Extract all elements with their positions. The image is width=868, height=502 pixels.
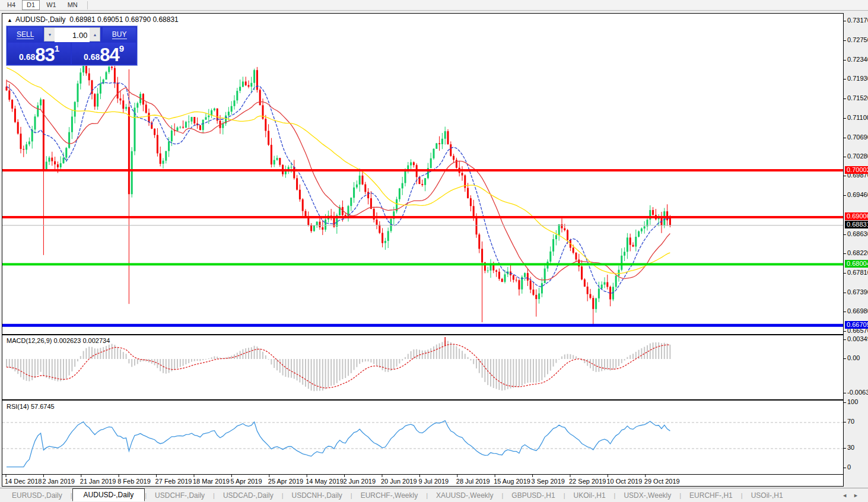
macd-histogram xyxy=(6,341,670,391)
price-axis-label: 0.67810 xyxy=(847,269,868,276)
axis-tick xyxy=(844,21,846,21)
date-label: 22 Sep 2019 xyxy=(569,478,606,485)
macd-axis-label: 0.00349 xyxy=(847,335,868,342)
toolbar-separator xyxy=(87,1,88,9)
buy-price-main: 84 xyxy=(100,46,119,64)
date-label: 9 Jul 2019 xyxy=(418,478,449,485)
rsi-indicator-label: RSI(14) 57.6745 xyxy=(7,403,55,410)
axis-tick xyxy=(844,176,846,176)
chart-tab-usdcnh-daily[interactable]: USDCNH-,Daily xyxy=(284,490,351,501)
buy-button[interactable]: BUY xyxy=(103,27,136,42)
price-axis: 0.731700.727500.723400.719300.715200.711… xyxy=(844,13,868,487)
axis-tick xyxy=(844,448,846,449)
chart-tab-eurchf-weekly[interactable]: EURCHF-,Weekly xyxy=(352,490,426,501)
price-axis-label: 0.71930 xyxy=(847,75,868,82)
buy-price-pipette: 9 xyxy=(119,43,124,53)
chart-canvas[interactable]: 14 Dec 20182 Jan 201921 Jan 20198 Feb 20… xyxy=(2,14,843,486)
axis-tick xyxy=(844,234,846,235)
date-label: 5 Apr 2019 xyxy=(230,478,262,485)
date-label: 3 Sep 2019 xyxy=(532,478,565,485)
buy-price-box[interactable]: 0.68 84 9 xyxy=(72,43,136,64)
timeframe-button-d1[interactable]: D1 xyxy=(22,0,40,10)
rsi-axis-label: 100 xyxy=(847,398,858,405)
sell-button[interactable]: SELL xyxy=(8,27,43,42)
chart-title-ohlc: 0.68981 0.69051 0.68790 0.68831 xyxy=(69,15,179,24)
price-tag-0.68831: 0.68831 xyxy=(845,221,868,228)
price-tag-0.66705: 0.66705 xyxy=(845,321,868,329)
axis-tick xyxy=(844,60,846,61)
axis-tick xyxy=(844,393,846,393)
price-axis-label: 0.68630 xyxy=(847,230,868,237)
chart-tab-eurchf-h1[interactable]: EURCHF-,H1 xyxy=(681,490,741,501)
date-label: 28 Jul 2019 xyxy=(456,478,490,485)
chart-tab-gbpusd-h1[interactable]: GBPUSD-,H1 xyxy=(503,490,563,501)
macd-axis-label: 0.00 xyxy=(847,354,860,361)
chart-tab-ukoil-h1[interactable]: UKOil-,H1 xyxy=(565,490,614,501)
chart-tab-eurusd-daily[interactable]: EURUSD-,Daily xyxy=(4,490,71,501)
rsi-axis-label: 30 xyxy=(847,444,854,451)
hline-resistance-0.69006[interactable] xyxy=(2,216,843,218)
price-axis-label: 0.66980 xyxy=(847,307,868,314)
axis-tick xyxy=(844,273,846,274)
axis-tick xyxy=(844,312,846,312)
hline-support-0.68004[interactable] xyxy=(2,263,843,265)
chart-window[interactable]: 14 Dec 20182 Jan 201921 Jan 20198 Feb 20… xyxy=(2,13,844,487)
price-axis-label: 0.72750 xyxy=(847,36,868,43)
volume-spinner: ▼ ▲ xyxy=(44,27,100,42)
panel-separator[interactable] xyxy=(2,334,843,335)
chart-tab-bar: EURUSD-,Daily|AUDUSD-,Daily|USDCHF-,Dail… xyxy=(0,488,868,502)
price-axis-label: 0.70280 xyxy=(847,152,868,160)
sell-price-prefix: 0.68 xyxy=(19,52,35,64)
moving-average-fast-line xyxy=(7,82,670,293)
timeframe-button-h4[interactable]: H4 xyxy=(2,0,20,10)
volume-increase-button[interactable]: ▲ xyxy=(90,28,100,41)
date-label: 8 Feb 2019 xyxy=(117,478,151,485)
sell-price-box[interactable]: 0.68 83 1 xyxy=(8,43,71,64)
chart-tab-usoil-h1[interactable]: USOil-,H1 xyxy=(743,490,791,501)
chart-tab-usdcad-daily[interactable]: USDCAD-,Daily xyxy=(215,490,282,501)
buy-price-prefix: 0.68 xyxy=(84,52,100,64)
price-axis-label: 0.68220 xyxy=(847,249,868,256)
timeframe-button-w1[interactable]: W1 xyxy=(42,0,61,10)
buy-button-label: BUY xyxy=(112,30,127,39)
date-label: 25 Apr 2019 xyxy=(268,478,303,485)
candlesticks[interactable] xyxy=(6,54,671,325)
tab-scroll-arrows[interactable]: ◄► xyxy=(842,493,864,498)
chart-tab-xauusd-weekly[interactable]: XAUUSD-,Weekly xyxy=(428,490,501,501)
timeframe-button-mn[interactable]: MN xyxy=(63,0,82,10)
date-label: 27 Feb 2019 xyxy=(155,478,192,485)
chart-tab-usdx-weekly[interactable]: USDX-,Weekly xyxy=(615,490,679,501)
price-axis-label: 0.70690 xyxy=(847,134,868,141)
axis-tick xyxy=(844,358,846,359)
date-axis-separator xyxy=(2,474,843,475)
axis-tick xyxy=(844,195,846,196)
sell-price-pipette: 1 xyxy=(55,43,59,53)
chart-tab-usdchf-daily[interactable]: USDCHF-,Daily xyxy=(147,490,213,501)
chart-tab-audusd-daily[interactable]: AUDUSD-,Daily xyxy=(72,488,145,501)
volume-input[interactable] xyxy=(55,28,90,42)
date-label: 2 Jan 2019 xyxy=(42,478,74,485)
price-axis-label: 0.71100 xyxy=(847,114,868,121)
chart-title: ▲AUDUSD-,Daily 0.68981 0.69051 0.68790 0… xyxy=(7,15,179,24)
date-label: 15 Aug 2019 xyxy=(494,478,530,485)
date-label: 18 Mar 2019 xyxy=(193,478,230,485)
price-axis-label: 0.69460 xyxy=(847,191,868,198)
panel-separator[interactable] xyxy=(2,399,843,401)
rsi-axis-label: 70 xyxy=(847,418,854,425)
hline-resistance-0.70002[interactable] xyxy=(2,169,843,171)
hline-support-0.66705[interactable] xyxy=(2,324,843,327)
axis-tick xyxy=(844,339,846,340)
date-label: 21 Jan 2019 xyxy=(80,478,116,485)
axis-tick xyxy=(844,402,846,403)
axis-tick xyxy=(844,138,846,138)
axis-tick xyxy=(844,40,846,41)
volume-decrease-button[interactable]: ▼ xyxy=(44,28,55,41)
price-axis-label: 0.71520 xyxy=(847,94,868,101)
date-axis: 14 Dec 20182 Jan 201921 Jan 20198 Feb 20… xyxy=(5,475,680,485)
axis-tick xyxy=(844,253,846,254)
collapse-triangle-icon[interactable]: ▲ xyxy=(7,17,12,23)
date-label: 29 Oct 2019 xyxy=(644,478,680,485)
axis-tick xyxy=(844,293,846,293)
hline-current-price[interactable] xyxy=(2,225,843,225)
one-click-trading-panel: SELL ▼ ▲ BUY 0.68 83 1 0.68 84 9 xyxy=(6,26,138,66)
